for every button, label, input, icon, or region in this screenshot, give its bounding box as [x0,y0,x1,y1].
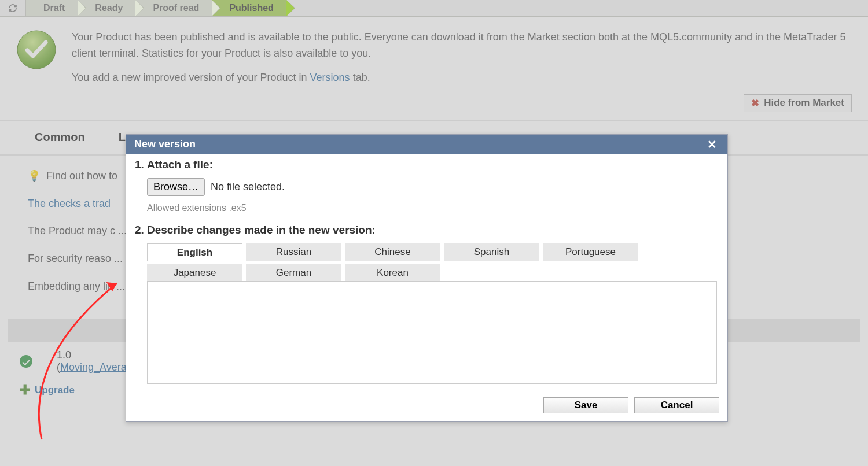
lang-tab-spanish[interactable]: Spanish [444,243,539,261]
lang-tab-portuguese[interactable]: Portuguese [543,243,638,261]
language-tabs: English Russian Chinese Spanish Portugue… [147,243,719,282]
lang-tab-russian[interactable]: Russian [246,243,341,261]
step2-label: Describe changes made in the new version… [147,224,376,236]
lang-tab-korean[interactable]: Korean [345,264,440,282]
changes-textarea[interactable] [147,281,717,384]
lang-tab-japanese[interactable]: Japanese [147,264,242,282]
lang-tab-english[interactable]: English [147,243,242,261]
lang-tab-german[interactable]: German [246,264,341,282]
dialog-close-button[interactable]: ✕ [705,139,719,150]
allowed-extensions: Allowed extensions .ex5 [147,203,719,213]
dialog-titlebar: New version ✕ [126,135,727,154]
lang-tab-chinese[interactable]: Chinese [345,243,440,261]
new-version-dialog: New version ✕ Attach a file: Browse… No … [126,134,728,422]
step1-label: Attach a file: [147,158,213,171]
cancel-button[interactable]: Cancel [634,397,719,413]
dialog-title: New version [134,138,196,150]
save-button[interactable]: Save [543,397,628,413]
file-status: No file selected. [211,181,285,193]
browse-button[interactable]: Browse… [147,178,205,196]
